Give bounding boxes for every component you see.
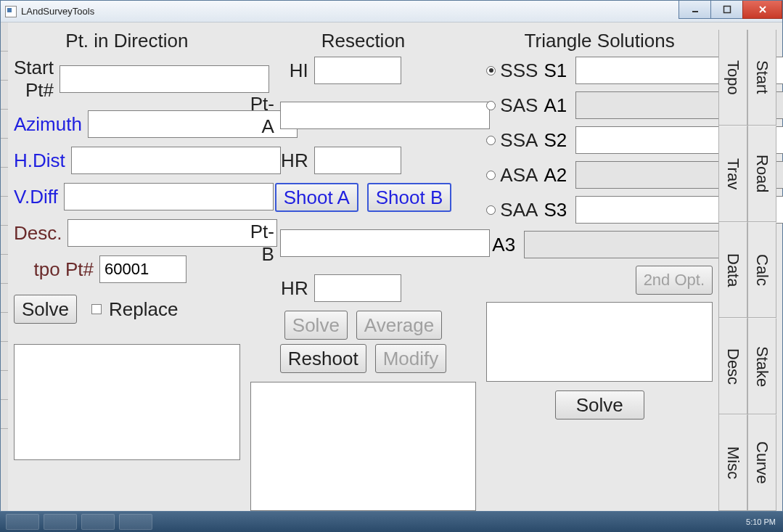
svg-rect-1 [723, 7, 730, 13]
replace-label: Replace [109, 298, 178, 321]
tab-trav[interactable]: Trav [719, 126, 747, 222]
window-title: LAndSurveyTools [21, 6, 94, 17]
panel-pt-in-direction: Pt. in Direction Start Pt# Azimuth H.Dis… [14, 30, 240, 511]
hdist-label: H.Dist [14, 150, 65, 172]
a1-label: A1 [544, 94, 567, 117]
tab-topo[interactable]: Topo [719, 30, 747, 126]
tab-start[interactable]: Start [748, 30, 776, 126]
radio-saa-label: SAA [500, 199, 538, 221]
shoot-a-button[interactable]: Shoot A [275, 183, 358, 212]
radio-ssa-label: SSA [500, 129, 538, 152]
hr2-label: HR [250, 277, 308, 300]
panel-triangle: Triangle Solutions SSS S1 SAS [486, 30, 713, 511]
vdiff-label: V.Diff [14, 186, 58, 208]
azimuth-label: Azimuth [14, 113, 82, 136]
hr1-input[interactable] [314, 147, 401, 174]
pt-heading: Pt. in Direction [14, 30, 240, 52]
radio-sas[interactable] [486, 101, 496, 110]
shoot-b-button[interactable]: Shoot B [367, 183, 452, 212]
panel-resection: Resection HI Pt-A HR Shoot A [250, 30, 477, 511]
titlebar: LAndSurveyTools [1, 1, 782, 22]
hr1-label: HR [250, 150, 308, 172]
hi-label: HI [250, 60, 308, 82]
pta-input[interactable] [280, 102, 490, 129]
replace-checkbox[interactable] [91, 304, 102, 314]
tab-misc[interactable]: Misc [719, 414, 747, 511]
triangle-output-area[interactable] [486, 302, 713, 382]
pta-label: Pt-A [250, 93, 274, 138]
radio-ssa[interactable] [486, 136, 496, 145]
pt-output-area[interactable] [14, 344, 240, 460]
a3-label: A3 [492, 234, 515, 256]
close-button[interactable] [742, 1, 782, 19]
hi-input[interactable] [314, 57, 401, 84]
taskbar: 5:10 PM [0, 512, 783, 532]
s2-label: S2 [544, 129, 567, 152]
modify-button[interactable]: Modify [375, 344, 447, 373]
tab-calc[interactable]: Calc [748, 222, 776, 319]
taskbar-item[interactable] [44, 514, 77, 530]
hdist-input[interactable] [71, 147, 281, 174]
radio-saa[interactable] [486, 205, 496, 215]
average-button[interactable]: Average [356, 311, 442, 340]
ptb-input[interactable] [280, 229, 490, 257]
desc-input[interactable] [67, 219, 277, 247]
tpo-label: tpo Pt# [14, 258, 94, 281]
second-opt-button[interactable]: 2nd Opt. [636, 266, 713, 295]
tab-data[interactable]: Data [719, 222, 747, 319]
minimize-button[interactable] [679, 1, 711, 19]
hr2-input[interactable] [314, 274, 401, 302]
reshoot-button[interactable]: Reshoot [280, 344, 366, 373]
taskbar-item[interactable] [6, 514, 39, 530]
a3-input[interactable] [524, 231, 734, 258]
start-pt-label: Start Pt# [14, 57, 54, 102]
resection-solve-button[interactable]: Solve [284, 311, 348, 340]
tab-curve[interactable]: Curve [748, 414, 776, 511]
tab-stake[interactable]: Stake [748, 318, 776, 414]
desc-label: Desc. [14, 222, 62, 245]
a2-label: A2 [544, 164, 567, 187]
side-tabs: Topo Trav Data Desc Misc Start Road Calc… [718, 30, 776, 511]
taskbar-item[interactable] [81, 514, 115, 530]
taskbar-clock: 5:10 PM [746, 517, 776, 526]
radio-sss[interactable] [486, 66, 496, 75]
tab-desc[interactable]: Desc [719, 318, 747, 414]
s3-label: S3 [544, 199, 567, 221]
radio-asa-label: ASA [500, 164, 538, 187]
taskbar-item[interactable] [119, 514, 152, 530]
triangle-solve-button[interactable]: Solve [555, 390, 644, 420]
radio-sss-label: SSS [500, 60, 538, 82]
radio-asa[interactable] [486, 171, 496, 180]
tpo-input[interactable] [99, 255, 186, 283]
tab-road[interactable]: Road [748, 126, 776, 222]
maximize-button[interactable] [710, 1, 743, 19]
resection-output-area[interactable] [250, 382, 477, 511]
radio-sas-label: SAS [500, 94, 538, 117]
app-icon [5, 6, 17, 17]
triangle-heading: Triangle Solutions [486, 30, 713, 52]
ptb-label: Pt-B [250, 221, 274, 266]
pt-solve-button[interactable]: Solve [14, 295, 77, 324]
app-window: LAndSurveyTools Pt. in Dire [0, 0, 783, 512]
start-pt-input[interactable] [60, 65, 269, 93]
left-margin [1, 22, 8, 511]
s1-label: S1 [544, 60, 567, 82]
vdiff-input[interactable] [64, 183, 274, 210]
resection-heading: Resection [250, 30, 477, 52]
